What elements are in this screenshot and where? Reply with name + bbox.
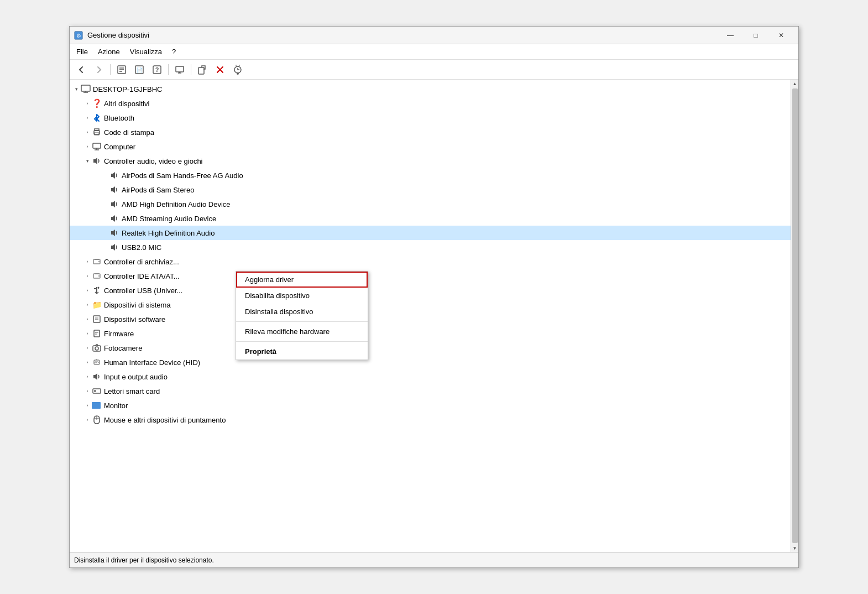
- no-expand-airpods1: [101, 171, 109, 180]
- tree-pane[interactable]: ▾ DESKTOP-1GJFBHC › ❓ Altri dispositivi: [70, 80, 791, 552]
- code-label: Code di stampa: [104, 128, 154, 137]
- svg-text:⚙: ⚙: [76, 33, 81, 39]
- tree-item-software[interactable]: › Dispositivi software: [70, 312, 791, 326]
- monitor-tree-icon: [92, 402, 101, 409]
- tree-item-usb-mic[interactable]: USB2.0 MIC: [70, 240, 791, 254]
- printer-icon: [92, 127, 102, 137]
- bluetooth-icon: [92, 113, 102, 123]
- computer-label: Computer: [104, 143, 135, 151]
- tree-item-sistema[interactable]: › 📁 Dispositivi di sistema: [70, 298, 791, 312]
- svg-point-49: [95, 347, 98, 350]
- expand-firmware-icon: ›: [83, 329, 92, 338]
- minimize-button[interactable]: —: [718, 27, 743, 44]
- tree-item-amd-stream[interactable]: AMD Streaming Audio Device: [70, 211, 791, 226]
- tree-item-airpods1[interactable]: AirPods di Sam Hands-Free AG Audio: [70, 168, 791, 183]
- properties-button[interactable]: [113, 62, 130, 77]
- ctx-disabilita[interactable]: Disabilita dispositivo: [236, 288, 368, 304]
- tree-item-computer[interactable]: › Computer: [70, 139, 791, 154]
- ide-icon: [92, 271, 102, 281]
- svg-rect-42: [93, 316, 100, 322]
- status-bar: Disinstalla il driver per il dispositivo…: [70, 552, 798, 567]
- content-area: ▾ DESKTOP-1GJFBHC › ❓ Altri dispositivi: [70, 80, 798, 552]
- context-menu: Aggiorna driver Disabilita dispositivo D…: [236, 271, 368, 360]
- software-label: Dispositivi software: [104, 315, 165, 324]
- tree-item-realtek[interactable]: Realtek High Definition Audio: [70, 226, 791, 240]
- no-expand-airpods2: [101, 185, 109, 194]
- tree-item-fotocamere[interactable]: › Fotocamere: [70, 341, 791, 355]
- scan-button[interactable]: [229, 62, 246, 77]
- menu-file[interactable]: File: [72, 45, 92, 58]
- toolbar-separator-2: [168, 64, 169, 75]
- tree-item-mouse[interactable]: › Mouse e altri dispositivi di puntament…: [70, 413, 791, 427]
- audio-device-icon-1: [109, 170, 119, 180]
- ide-label: Controller IDE ATA/AT...: [104, 272, 180, 280]
- tree-item-smart[interactable]: › Lettori smart card: [70, 384, 791, 398]
- ctx-rileva[interactable]: Rileva modifiche hardware: [236, 324, 368, 340]
- tree-item-monitor[interactable]: › Monitor: [70, 398, 791, 413]
- svg-rect-40: [94, 288, 96, 289]
- tree-item-bluetooth[interactable]: › Bluetooth: [70, 111, 791, 125]
- monitor-button[interactable]: [171, 62, 188, 77]
- add-driver-icon: [197, 65, 207, 75]
- usb-label: Controller USB (Univer...: [104, 286, 182, 295]
- tree-item-input[interactable]: › Input e output audio: [70, 369, 791, 384]
- window-icon: ⚙: [74, 31, 83, 40]
- svg-text:📄: 📄: [137, 67, 143, 74]
- altri-icon: ❓: [92, 98, 102, 108]
- back-button[interactable]: [73, 62, 90, 77]
- menu-help[interactable]: ?: [168, 45, 180, 58]
- amd-stream-label: AMD Streaming Audio Device: [122, 215, 216, 223]
- forward-button[interactable]: [91, 62, 107, 77]
- toolbar: 📄 ?: [70, 60, 798, 80]
- tree-item-amd-hd[interactable]: AMD High Definition Audio Device: [70, 197, 791, 211]
- tree-item-audio[interactable]: ▾ Controller audio, video e giochi: [70, 154, 791, 168]
- expand-computer-icon: ›: [83, 142, 92, 151]
- update-button[interactable]: 📄: [131, 62, 148, 77]
- update-icon: 📄: [134, 65, 144, 75]
- fotocamere-label: Fotocamere: [104, 344, 142, 352]
- maximize-button[interactable]: □: [743, 27, 768, 44]
- menu-visualizza[interactable]: Visualizza: [126, 45, 166, 58]
- svg-marker-29: [111, 215, 115, 222]
- scrollbar[interactable]: ▲ ▼: [791, 80, 798, 552]
- computer-icon: [81, 84, 91, 94]
- help-button[interactable]: ?: [149, 62, 165, 77]
- no-expand-realtek: [101, 228, 109, 237]
- remove-button[interactable]: [212, 62, 228, 77]
- tree-item-altri[interactable]: › ❓ Altri dispositivi: [70, 96, 791, 111]
- expand-hid-icon: ›: [83, 358, 92, 367]
- tree-item-ide[interactable]: › Controller IDE ATA/AT...: [70, 269, 791, 283]
- svg-point-37: [98, 275, 100, 277]
- tree-item-firmware[interactable]: › Firmware: [70, 326, 791, 341]
- expand-software-icon: ›: [83, 315, 92, 324]
- sistema-label: Dispositivi di sistema: [104, 301, 171, 309]
- tree-item-airpods2[interactable]: AirPods di Sam Stereo: [70, 183, 791, 197]
- monitor-label: Monitor: [104, 402, 128, 410]
- toolbar-separator-3: [191, 64, 191, 75]
- forward-icon: [94, 65, 104, 75]
- svg-point-15: [237, 72, 239, 75]
- ctx-proprieta[interactable]: Proprietà: [236, 343, 368, 359]
- tree-root[interactable]: ▾ DESKTOP-1GJFBHC: [70, 82, 791, 96]
- add-driver-button[interactable]: [194, 62, 211, 77]
- firmware-icon: [92, 329, 102, 338]
- back-icon: [76, 65, 86, 75]
- tree-item-hid[interactable]: › Human Interface Device (HID): [70, 355, 791, 369]
- scroll-up[interactable]: ▲: [791, 80, 799, 87]
- smartcard-icon: [92, 386, 102, 396]
- scroll-thumb[interactable]: [792, 88, 798, 543]
- scroll-down[interactable]: ▼: [791, 544, 799, 552]
- tree-item-storage[interactable]: › Controller di archiviaz...: [70, 254, 791, 269]
- tree-item-usb[interactable]: › Controller USB (Univer...: [70, 283, 791, 298]
- audio-device-icon-2: [109, 185, 119, 195]
- usb-icon: [92, 285, 102, 295]
- expand-usb-icon: ›: [83, 286, 92, 295]
- tree-item-code[interactable]: › Code di stampa: [70, 125, 791, 139]
- ctx-aggiorna[interactable]: Aggiorna driver: [236, 272, 368, 288]
- help-icon: ?: [152, 65, 162, 75]
- toolbar-separator-1: [110, 64, 111, 75]
- ctx-disinstalla[interactable]: Disinstalla dispositivo: [236, 304, 368, 320]
- close-button[interactable]: ✕: [768, 27, 794, 44]
- status-text: Disinstalla il driver per il dispositivo…: [74, 556, 214, 564]
- menu-azione[interactable]: Azione: [93, 45, 124, 58]
